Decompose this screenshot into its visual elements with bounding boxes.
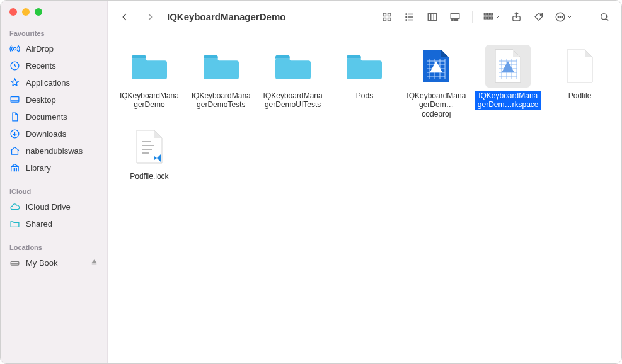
home-icon [9,145,20,156]
content-area[interactable]: IQKeyboardManagerDemo IQKeyboardManagerD… [108,33,621,363]
svg-point-30 [601,13,607,19]
sidebar-item-label: Downloads [26,129,66,139]
back-button[interactable] [118,10,132,24]
item-name: Podfile [567,91,594,101]
folder-icon [127,45,172,88]
actions-menu-button[interactable] [555,10,572,24]
sidebar-item-downloads[interactable]: Downloads [1,125,107,142]
svg-rect-20 [491,13,493,15]
item-xcworkspace[interactable]: IQKeyboardManagerDem…rkspace [474,45,542,119]
svg-rect-22 [488,17,490,19]
item-file[interactable]: Podfile.lock [115,125,183,181]
sidebar-item-label: Library [26,163,51,173]
svg-point-11 [406,16,407,18]
svg-rect-19 [488,13,490,15]
downloads-icon [9,128,20,139]
item-name: IQKeyboardManagerDem…codeproj [403,91,469,119]
item-folder[interactable]: Pods [331,45,399,119]
svg-rect-16 [454,19,456,20]
svg-point-25 [540,14,541,16]
item-name: IQKeyboardManagerDem…rkspace [475,91,541,110]
svg-rect-23 [491,17,493,19]
view-as-gallery-button[interactable] [448,10,462,24]
sidebar-item-label: AirDrop [26,44,54,54]
sidebar-item-documents[interactable]: Documents [1,108,107,125]
close-window-button[interactable] [9,8,17,16]
svg-point-29 [562,16,563,18]
desktop-icon [9,94,20,105]
sidebar-item-icloud-drive[interactable]: iCloud Drive [1,198,107,215]
icon-grid: IQKeyboardManagerDemo IQKeyboardManagerD… [115,45,614,182]
svg-point-27 [558,16,559,18]
tags-button[interactable] [532,10,546,24]
window-controls [1,8,107,27]
sidebar-item-label: Recents [26,61,56,71]
shared-folder-icon [9,219,20,229]
eject-icon[interactable] [90,258,98,268]
sidebar-item-recents[interactable]: Recents [1,57,107,74]
sidebar-item-label: nabendubiswas [26,146,83,156]
sidebar-item-mybook[interactable]: My Book [1,254,107,271]
sidebar-item-library[interactable]: Library [1,159,107,176]
main-area: IQKeyboardManagerDemo [108,1,621,363]
sidebar-item-label: Shared [26,219,52,229]
svg-rect-14 [451,13,459,18]
item-file[interactable]: Podfile [546,45,614,119]
external-drive-icon [9,258,20,268]
vscode-file-icon [127,125,172,168]
item-xcodeproj[interactable]: IQKeyboardManagerDem…codeproj [402,45,470,119]
sidebar-item-label: iCloud Drive [26,202,71,212]
fullscreen-window-button[interactable] [35,8,42,16]
svg-rect-17 [456,19,458,20]
view-as-icons-button[interactable] [380,10,394,24]
minimize-window-button[interactable] [22,8,30,16]
svg-rect-13 [428,13,437,20]
cloud-icon [9,202,20,212]
folder-icon [270,45,316,88]
sidebar-item-home[interactable]: nabendubiswas [1,142,107,159]
sidebar-section-icloud-title: iCloud [1,185,107,198]
svg-rect-9 [388,18,391,21]
svg-rect-8 [383,18,386,21]
sidebar-item-applications[interactable]: Applications [1,74,107,91]
svg-rect-15 [452,19,453,20]
view-as-columns-button[interactable] [425,10,439,24]
airdrop-icon [9,43,20,54]
svg-point-12 [406,19,407,20]
window-title: IQKeyboardManagerDemo [167,11,285,22]
blank-file-icon [557,45,602,88]
sidebar-item-label: Documents [26,112,67,122]
item-folder[interactable]: IQKeyboardManagerDemoTests [187,45,255,119]
sidebar-item-airdrop[interactable]: AirDrop [1,40,107,57]
navigation-arrows [118,10,157,24]
folder-icon [342,45,387,88]
sidebar-item-desktop[interactable]: Desktop [1,91,107,108]
view-as-list-button[interactable] [403,10,417,24]
item-folder[interactable]: IQKeyboardManagerDemoUITests [259,45,327,119]
sidebar: Favourites AirDrop Recents Applications … [1,1,108,363]
svg-rect-18 [484,13,486,15]
sidebar-item-shared[interactable]: Shared [1,215,107,232]
item-name: Pods [354,91,375,101]
svg-rect-2 [11,97,19,103]
sidebar-section-favourites-title: Favourites [1,27,107,40]
item-name: IQKeyboardManagerDemo [116,91,183,110]
folder-icon [199,45,244,88]
svg-rect-7 [388,13,391,16]
group-by-button[interactable] [483,10,500,24]
sidebar-section-locations-title: Locations [1,241,107,254]
svg-point-28 [560,16,561,18]
item-name: IQKeyboardManagerDemoTests [188,91,255,110]
svg-point-0 [13,47,16,50]
forward-button[interactable] [143,10,157,24]
search-button[interactable] [597,10,611,24]
toolbar: IQKeyboardManagerDemo [108,1,621,33]
documents-icon [9,111,20,122]
sidebar-item-label: My Book [26,258,58,268]
clock-icon [9,60,20,71]
svg-rect-6 [383,13,386,16]
item-folder[interactable]: IQKeyboardManagerDemo [115,45,183,119]
svg-rect-5 [92,263,97,264]
xcworkspace-icon [485,45,531,88]
share-button[interactable] [509,10,523,24]
